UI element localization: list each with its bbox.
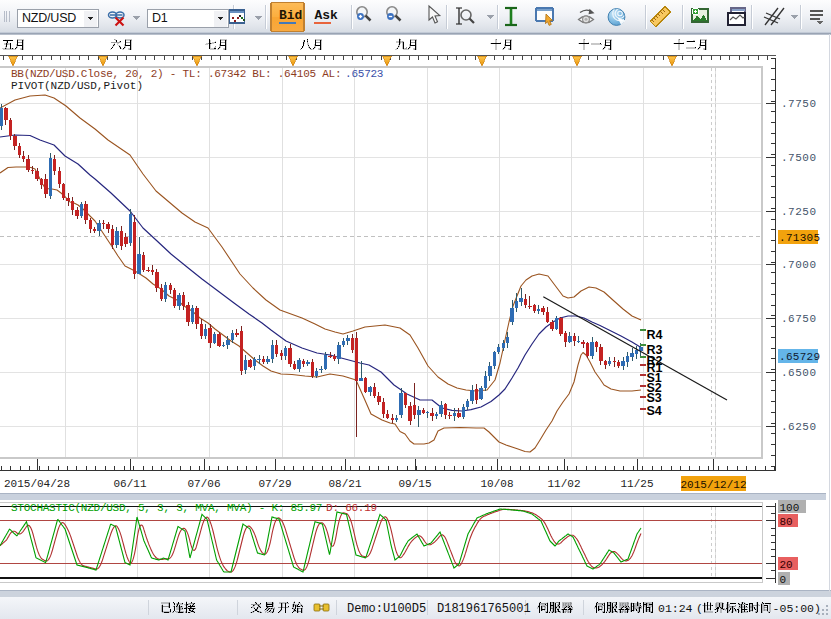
svg-text:.7000: .7000: [781, 259, 817, 271]
svg-text:09/15: 09/15: [398, 478, 431, 490]
svg-text:.71305: .71305: [779, 232, 820, 244]
svg-text:D181961765001: D181961765001: [437, 602, 531, 616]
svg-text:06/11: 06/11: [113, 478, 146, 490]
svg-text:Bid: Bid: [279, 8, 302, 23]
svg-text:01:24: 01:24: [658, 602, 693, 615]
svg-text:Demo:U100D5: Demo:U100D5: [347, 602, 426, 616]
svg-text:.6750: .6750: [781, 313, 817, 325]
svg-text:80: 80: [780, 516, 793, 528]
svg-text:.6250: .6250: [781, 421, 817, 433]
svg-text:.7500: .7500: [781, 152, 817, 164]
svg-text:NZD/USD: NZD/USD: [22, 11, 76, 25]
svg-text:11/25: 11/25: [620, 478, 653, 490]
svg-text:-05:00): -05:00): [773, 602, 821, 615]
svg-text:S4: S4: [647, 404, 662, 418]
svg-text:2015/04/28: 2015/04/28: [4, 478, 70, 490]
svg-text:.65729: .65729: [779, 351, 820, 363]
svg-text:PIVOT(NZD/USD,Pivot): PIVOT(NZD/USD,Pivot): [11, 80, 143, 92]
svg-text:10/08: 10/08: [480, 478, 513, 490]
svg-text:.7250: .7250: [781, 206, 817, 218]
svg-text:BB(NZD/USD.Close, 20, 2) - TL:: BB(NZD/USD.Close, 20, 2) - TL: .67342 BL…: [11, 68, 348, 80]
svg-text:D: 66.19: D: 66.19: [326, 502, 377, 514]
svg-text:08/21: 08/21: [328, 478, 361, 490]
svg-text:07/29: 07/29: [258, 478, 291, 490]
svg-text:D1: D1: [152, 11, 168, 25]
svg-text:R4: R4: [647, 328, 663, 342]
svg-text:.6500: .6500: [781, 367, 817, 379]
svg-text:.65723: .65723: [345, 68, 383, 80]
svg-text:STOCHASTIC(NZD/USD, 5, 3, 3, M: STOCHASTIC(NZD/USD, 5, 3, 3, MVA, MVA) -…: [11, 502, 329, 514]
svg-text:.7750: .7750: [781, 98, 817, 110]
svg-text:(: (: [696, 602, 703, 615]
svg-text:0: 0: [780, 574, 787, 586]
svg-text:Ask: Ask: [315, 8, 339, 23]
svg-text:2015/12/12: 2015/12/12: [680, 479, 746, 491]
svg-text:20: 20: [780, 559, 793, 571]
svg-text:100: 100: [780, 502, 800, 514]
svg-text:11/02: 11/02: [547, 478, 580, 490]
svg-text:07/06: 07/06: [187, 478, 220, 490]
